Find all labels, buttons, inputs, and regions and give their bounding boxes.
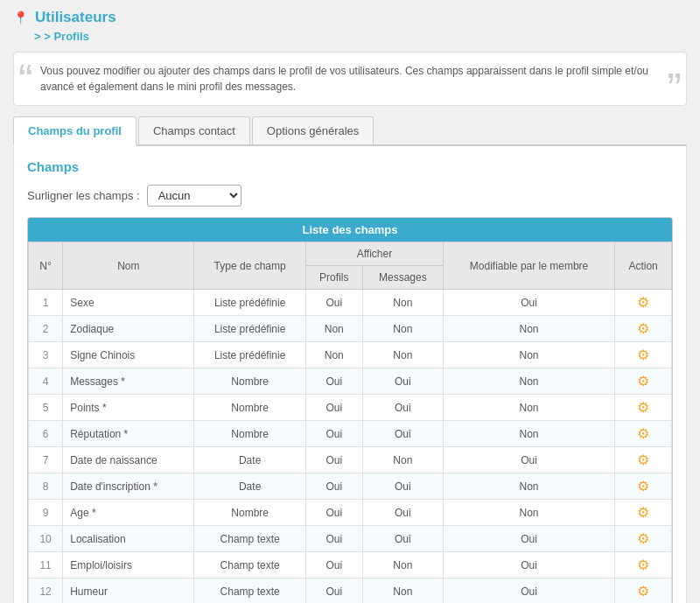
cell-modifiable: Non — [443, 500, 614, 526]
cell-num: 5 — [29, 395, 63, 421]
cell-action[interactable]: ⚙ — [615, 342, 672, 368]
gear-icon[interactable]: ⚙ — [637, 479, 649, 494]
cell-nom: Localisation — [63, 526, 194, 552]
table-row: 10 Localisation Champ texte Oui Oui Oui … — [29, 526, 672, 552]
cell-num: 8 — [29, 473, 63, 500]
cell-messages: Oui — [362, 421, 443, 447]
cell-messages: Oui — [362, 368, 443, 395]
cell-type: Nombre — [194, 500, 306, 526]
col-profils: Profils — [305, 266, 362, 290]
gear-icon[interactable]: ⚙ — [637, 452, 649, 467]
gear-icon[interactable]: ⚙ — [637, 295, 649, 310]
cell-nom: Humeur — [63, 578, 194, 604]
col-afficher: Afficher — [305, 242, 443, 266]
cell-profils: Oui — [305, 447, 362, 473]
filter-select[interactable]: Aucun Tous Obligatoires — [147, 185, 242, 207]
cell-nom: Signe Chinois — [63, 342, 194, 368]
table-row: 5 Points * Nombre Oui Oui Non ⚙ — [29, 395, 672, 421]
col-modifiable: Modifiable par le membre — [443, 242, 614, 290]
cell-messages: Non — [362, 290, 443, 316]
gear-icon[interactable]: ⚙ — [637, 584, 649, 599]
col-num: N° — [29, 242, 63, 290]
cell-num: 7 — [29, 447, 63, 473]
table-row: 2 Zodiaque Liste prédéfinie Non Non Non … — [29, 316, 672, 342]
cell-action[interactable]: ⚙ — [615, 578, 672, 604]
cell-action[interactable]: ⚙ — [615, 395, 672, 421]
cell-messages: Oui — [362, 526, 443, 552]
cell-profils: Non — [305, 342, 362, 368]
cell-type: Nombre — [194, 368, 306, 395]
breadcrumb-link[interactable]: > Profils — [34, 30, 89, 43]
cell-type: Champ texte — [194, 578, 306, 604]
col-action: Action — [615, 242, 672, 290]
col-nom: Nom — [63, 242, 194, 290]
cell-profils: Non — [305, 316, 362, 342]
cell-type: Nombre — [194, 421, 306, 447]
cell-modifiable: Non — [443, 316, 614, 342]
filter-label: Surligner les champs : — [27, 189, 140, 202]
table-row: 7 Date de naissance Date Oui Non Oui ⚙ — [29, 447, 672, 473]
cell-messages: Non — [362, 578, 443, 604]
cell-num: 3 — [29, 342, 63, 368]
cell-profils: Oui — [305, 473, 362, 500]
cell-type: Date — [194, 447, 306, 473]
cell-num: 6 — [29, 421, 63, 447]
cell-action[interactable]: ⚙ — [615, 368, 672, 395]
cell-type: Liste prédéfinie — [194, 316, 306, 342]
table-row: 3 Signe Chinois Liste prédéfinie Non Non… — [29, 342, 672, 368]
tab-champs-profil[interactable]: Champs du profil — [13, 116, 136, 146]
page-title: Utilisateurs — [35, 9, 116, 26]
cell-type: Liste prédéfinie — [194, 342, 306, 368]
cell-modifiable: Non — [443, 368, 614, 395]
cell-action[interactable]: ⚙ — [615, 447, 672, 473]
cell-modifiable: Oui — [443, 447, 614, 473]
gear-icon[interactable]: ⚙ — [637, 426, 649, 441]
cell-num: 12 — [29, 578, 63, 604]
cell-messages: Oui — [362, 473, 443, 500]
cell-num: 9 — [29, 500, 63, 526]
cell-profils: Oui — [305, 290, 362, 316]
cell-nom: Emploi/loisirs — [63, 552, 194, 578]
cell-type: Nombre — [194, 395, 306, 421]
cell-type: Liste prédéfinie — [194, 290, 306, 316]
cell-nom: Zodiaque — [63, 316, 194, 342]
tab-champs-contact[interactable]: Champs contact — [138, 116, 250, 144]
cell-action[interactable]: ⚙ — [615, 316, 672, 342]
cell-action[interactable]: ⚙ — [615, 421, 672, 447]
table-row: 8 Date d'inscription * Date Oui Oui Non … — [29, 473, 672, 500]
cell-action[interactable]: ⚙ — [615, 552, 672, 578]
cell-action[interactable]: ⚙ — [615, 290, 672, 316]
gear-icon[interactable]: ⚙ — [637, 321, 649, 336]
gear-icon[interactable]: ⚙ — [637, 505, 649, 520]
cell-messages: Non — [362, 316, 443, 342]
cell-type: Champ texte — [194, 552, 306, 578]
table-row: 9 Age * Nombre Oui Oui Non ⚙ — [29, 500, 672, 526]
table-row: 1 Sexe Liste prédéfinie Oui Non Oui ⚙ — [29, 290, 672, 316]
cell-nom: Réputation * — [63, 421, 194, 447]
cell-action[interactable]: ⚙ — [615, 500, 672, 526]
cell-messages: Non — [362, 342, 443, 368]
description-text: Vous pouvez modifier ou ajouter des cham… — [40, 65, 648, 93]
table-row: 12 Humeur Champ texte Oui Non Oui ⚙ — [29, 578, 672, 604]
table-row: 4 Messages * Nombre Oui Oui Non ⚙ — [29, 368, 672, 395]
table-row: 11 Emploi/loisirs Champ texte Oui Non Ou… — [29, 552, 672, 578]
cell-action[interactable]: ⚙ — [615, 526, 672, 552]
cell-messages: Oui — [362, 395, 443, 421]
cell-type: Date — [194, 473, 306, 500]
tab-options-generales[interactable]: Options générales — [252, 116, 374, 144]
cell-profils: Oui — [305, 500, 362, 526]
cell-modifiable: Non — [443, 421, 614, 447]
gear-icon[interactable]: ⚙ — [637, 400, 649, 415]
gear-icon[interactable]: ⚙ — [637, 374, 649, 389]
cell-action[interactable]: ⚙ — [615, 473, 672, 500]
cell-profils: Oui — [305, 421, 362, 447]
gear-icon[interactable]: ⚙ — [637, 531, 649, 546]
cell-messages: Non — [362, 552, 443, 578]
cell-num: 10 — [29, 526, 63, 552]
cell-modifiable: Oui — [443, 526, 614, 552]
location-icon: 📍 — [13, 11, 28, 25]
cell-messages: Non — [362, 447, 443, 473]
cell-nom: Messages * — [63, 368, 194, 395]
gear-icon[interactable]: ⚙ — [637, 557, 649, 572]
gear-icon[interactable]: ⚙ — [637, 347, 649, 362]
